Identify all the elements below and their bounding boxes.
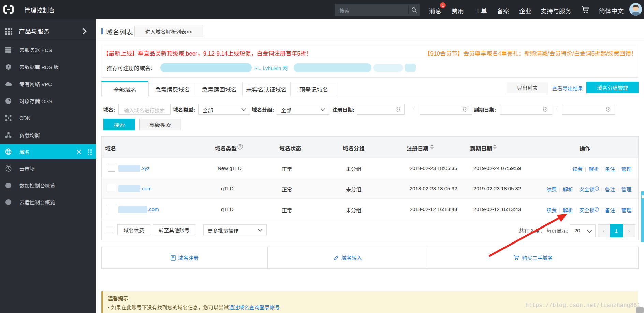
svg-text:?: ? [596, 208, 598, 211]
svg-text:?: ? [239, 145, 241, 148]
svg-text:?: ? [596, 187, 598, 190]
